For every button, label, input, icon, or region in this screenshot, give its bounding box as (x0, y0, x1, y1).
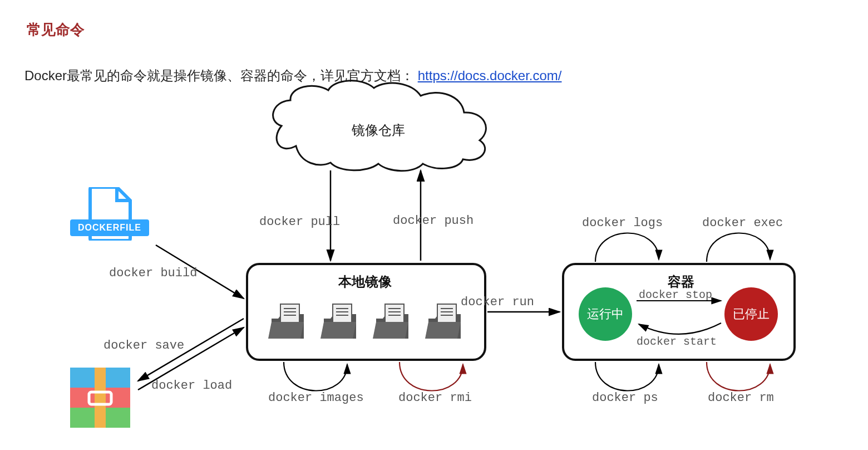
docs-link[interactable]: https://docs.docker.com/ (418, 68, 562, 83)
image-folder-icon (425, 304, 461, 339)
subtitle: Docker最常见的命令就是操作镜像、容器的命令，详见官方文档： https:/… (24, 67, 562, 85)
repo-label: 镜像仓库 (352, 121, 405, 139)
page-title: 常见命令 (27, 20, 85, 40)
cmd-rmi: docker rmi (398, 391, 472, 405)
cmd-rm: docker rm (708, 391, 774, 405)
cmd-push: docker push (393, 214, 474, 228)
svg-rect-8 (385, 304, 404, 325)
arrow-start (639, 323, 721, 334)
loop-logs (595, 233, 659, 262)
cmd-ps: docker ps (592, 391, 658, 405)
loop-ps (595, 362, 659, 391)
cmd-stop: docker stop (639, 288, 712, 301)
svg-rect-0 (280, 304, 299, 325)
loop-rm (707, 362, 770, 391)
stopped-state: 已停止 (724, 287, 778, 341)
dockerfile-icon: DOCKERFILE (70, 187, 154, 251)
local-images-title: 本地镜像 (338, 273, 392, 291)
cmd-exec: docker exec (702, 216, 783, 230)
image-folder-icon (373, 304, 408, 339)
cmd-run: docker run (461, 295, 534, 309)
cmd-images: docker images (268, 391, 364, 405)
svg-rect-4 (333, 304, 352, 325)
dockerfile-label: DOCKERFILE (70, 219, 149, 236)
image-folder-icon (320, 304, 356, 339)
svg-rect-19 (95, 368, 106, 428)
loop-rmi (400, 362, 463, 391)
cmd-load: docker load (151, 379, 232, 393)
subtitle-text: Docker最常见的命令就是操作镜像、容器的命令，详见官方文档： (24, 68, 414, 83)
running-state: 运行中 (579, 287, 632, 341)
svg-rect-12 (437, 304, 456, 325)
loop-exec (707, 233, 770, 262)
cmd-build: docker build (109, 266, 197, 280)
cmd-save: docker save (103, 339, 184, 353)
image-folder-icon (268, 304, 304, 339)
cmd-pull: docker pull (259, 215, 340, 229)
archive-icon (70, 368, 130, 428)
cmd-logs: docker logs (582, 216, 663, 230)
cmd-start: docker start (637, 335, 717, 348)
loop-images (284, 362, 347, 391)
